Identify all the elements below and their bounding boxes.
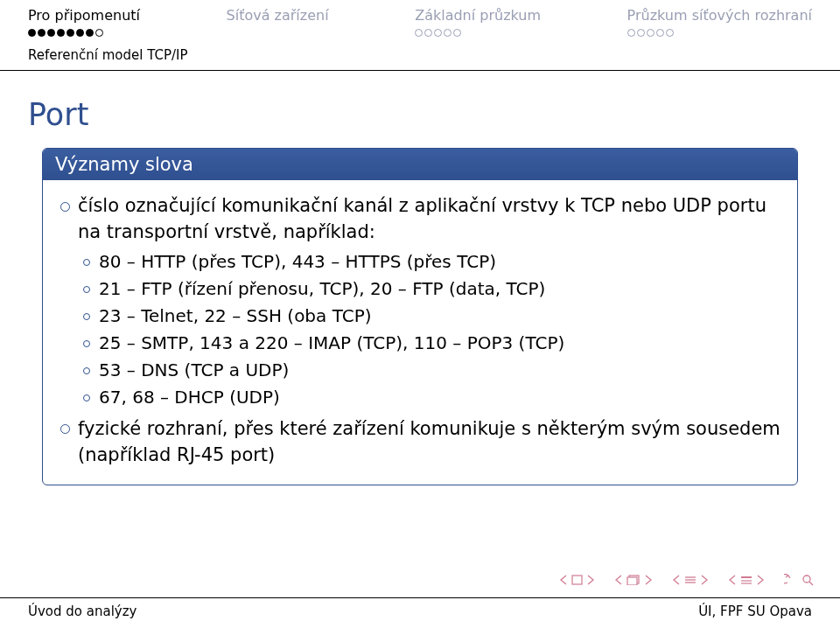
progress-dot bbox=[38, 29, 46, 37]
block-item-text: fyzické rozhraní, přes které zařízení ko… bbox=[78, 418, 780, 465]
beamer-nav-symbols[interactable] bbox=[559, 574, 814, 586]
nav-subsection-icon[interactable] bbox=[684, 575, 696, 585]
progress-dot bbox=[647, 29, 654, 37]
block-subitem: 23 – Telnet, 22 – SSH (oba TCP) bbox=[78, 304, 783, 329]
footer: Úvod do analýzy ÚI, FPF SU Opava bbox=[0, 597, 840, 628]
nav-prev-section-icon[interactable] bbox=[728, 575, 737, 585]
progress-dot bbox=[28, 29, 36, 37]
svg-rect-2 bbox=[627, 577, 637, 585]
block-body: číslo označující komunikační kanál z apl… bbox=[43, 180, 797, 485]
progress-dot bbox=[57, 29, 65, 37]
nav-slide-group[interactable] bbox=[559, 575, 595, 585]
block-subitem: 80 – HTTP (přes TCP), 443 – HTTPS (přes … bbox=[78, 249, 783, 275]
progress-dot bbox=[453, 29, 461, 37]
progress-dot bbox=[637, 29, 645, 37]
block-subitem: 53 – DNS (TCP a UDP) bbox=[78, 358, 783, 383]
block-subitem: 25 – SMTP, 143 a 220 – IMAP (TCP), 110 –… bbox=[78, 331, 783, 356]
progress-dot bbox=[95, 29, 103, 37]
nav-section-progress bbox=[28, 29, 103, 37]
slide: Pro připomenutíSíťová zařízeníZákladní p… bbox=[0, 0, 840, 628]
nav-next-slide-icon[interactable] bbox=[586, 575, 595, 585]
footer-right: ÚI, FPF SU Opava bbox=[698, 604, 812, 619]
svg-point-9 bbox=[803, 576, 810, 583]
nav-section-label: Pro připomenutí bbox=[28, 7, 140, 24]
nav-frame-group[interactable] bbox=[614, 575, 653, 585]
progress-dot bbox=[444, 29, 452, 37]
nav-frame-icon[interactable] bbox=[626, 575, 640, 585]
nav-prev-subsection-icon[interactable] bbox=[672, 575, 681, 585]
block-item: fyzické rozhraní, přes které zařízení ko… bbox=[57, 415, 783, 469]
block-subitem: 67, 68 – DHCP (UDP) bbox=[78, 385, 783, 410]
block-sublist: 80 – HTTP (přes TCP), 443 – HTTPS (přes … bbox=[78, 249, 783, 410]
svg-rect-0 bbox=[572, 576, 582, 584]
progress-dot bbox=[66, 29, 74, 37]
nav-section[interactable]: Pro připomenutí bbox=[28, 7, 140, 37]
nav-section-label: Průzkum síťových rozhraní bbox=[627, 7, 812, 24]
nav-subsection: Referenční model TCP/IP bbox=[0, 37, 840, 63]
nav-section-group[interactable] bbox=[728, 575, 765, 585]
progress-dot bbox=[666, 29, 674, 37]
svg-line-10 bbox=[809, 582, 813, 585]
progress-dot bbox=[434, 29, 442, 37]
nav-section[interactable]: Průzkum síťových rozhraní bbox=[627, 7, 812, 37]
progress-dot bbox=[415, 29, 423, 37]
progress-dot bbox=[627, 29, 635, 37]
block: Významy slova číslo označující komunikač… bbox=[42, 148, 798, 485]
nav-next-section-icon[interactable] bbox=[756, 575, 765, 585]
nav-next-frame-icon[interactable] bbox=[644, 575, 653, 585]
block-title: Významy slova bbox=[43, 149, 797, 180]
nav-section-label: Síťová zařízení bbox=[227, 7, 329, 24]
block-item: číslo označující komunikační kanál z apl… bbox=[57, 192, 783, 410]
nav-section[interactable]: Základní průzkum bbox=[415, 7, 541, 37]
nav-back-icon[interactable] bbox=[784, 574, 798, 586]
nav-search-icon[interactable] bbox=[802, 574, 814, 586]
block-subitem: 21 – FTP (řízení přenosu, TCP), 20 – FTP… bbox=[78, 276, 783, 302]
footer-left: Úvod do analýzy bbox=[28, 604, 136, 619]
nav-next-subsection-icon[interactable] bbox=[700, 575, 709, 585]
progress-dot bbox=[76, 29, 84, 37]
nav-slide-icon[interactable] bbox=[571, 575, 583, 585]
nav-section-label: Základní průzkum bbox=[415, 7, 541, 24]
nav-section-progress bbox=[415, 29, 461, 37]
progress-dot bbox=[86, 29, 94, 37]
progress-dot bbox=[424, 29, 432, 37]
nav-subsection-group[interactable] bbox=[672, 575, 709, 585]
nav-prev-frame-icon[interactable] bbox=[614, 575, 623, 585]
nav-sections: Pro připomenutíSíťová zařízeníZákladní p… bbox=[0, 0, 840, 37]
nav-misc-group[interactable] bbox=[784, 574, 814, 586]
nav-section-icon[interactable] bbox=[740, 575, 752, 585]
nav-prev-slide-icon[interactable] bbox=[559, 575, 568, 585]
nav-section[interactable]: Síťová zařízení bbox=[227, 7, 329, 37]
nav-section-progress bbox=[627, 29, 674, 37]
progress-dot bbox=[656, 29, 664, 37]
block-item-text: číslo označující komunikační kanál z apl… bbox=[78, 195, 766, 242]
progress-dot bbox=[47, 29, 55, 37]
frame-title: Port bbox=[0, 71, 840, 141]
